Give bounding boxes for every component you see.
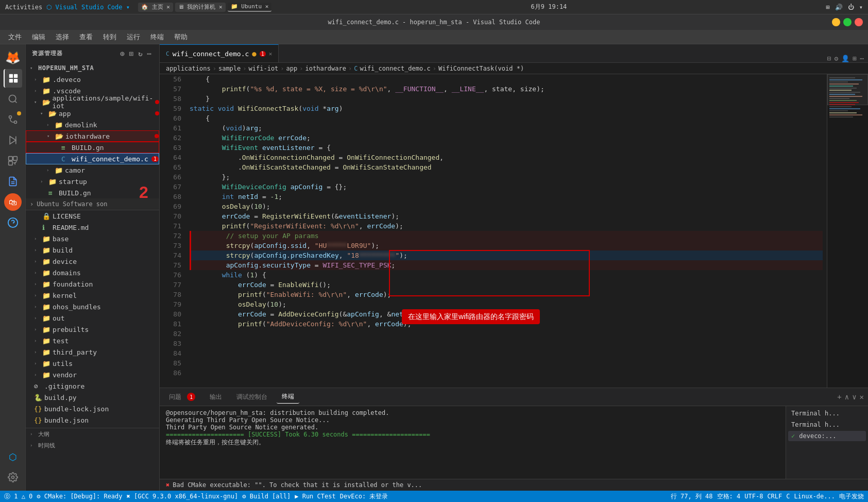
tree-item-third-party[interactable]: › 📁 third_party	[26, 346, 159, 358]
activity-search[interactable]	[4, 90, 22, 108]
dropdown-icon[interactable]: ▾	[859, 4, 863, 11]
breadcrumb-function[interactable]: WifiConnectTask(void *)	[438, 65, 524, 72]
status-feedback[interactable]: 电子发烧	[839, 492, 864, 501]
tree-item-license[interactable]: › 🔒 LICENSE	[26, 210, 159, 222]
breadcrumb-iothardware[interactable]: iothardware	[305, 65, 346, 72]
terminal-close-button[interactable]: ✕	[860, 393, 864, 401]
activity-help[interactable]	[4, 213, 22, 232]
breadcrumb-applications[interactable]: applications	[166, 65, 211, 72]
tree-item-utils[interactable]: › 📁 utils	[26, 358, 159, 369]
tree-item-ohos-bundles[interactable]: › 📁 ohos_bundles	[26, 301, 159, 312]
status-errors[interactable]: ⓪ 1 △ 0	[4, 492, 32, 501]
user-icon[interactable]: 👤	[841, 55, 849, 62]
settings-gear-icon[interactable]: ⚙	[835, 55, 839, 62]
terminal-panel-item-2[interactable]: Terminal h...	[788, 420, 866, 430]
menu-terminal[interactable]: 终端	[146, 31, 168, 43]
status-language[interactable]: C	[786, 493, 790, 500]
status-line-ending[interactable]: CRLF	[767, 493, 782, 500]
status-deveco[interactable]: DevEco: 未登录	[340, 492, 388, 501]
status-position[interactable]: 行 77, 列 48	[671, 492, 713, 501]
terminal-tab-output[interactable]: 输出	[205, 391, 227, 404]
menu-file[interactable]: 文件	[4, 31, 26, 43]
activity-source-control[interactable]	[4, 110, 22, 129]
activity-settings[interactable]	[4, 468, 22, 487]
tree-item-kernel[interactable]: › 📁 kernel	[26, 290, 159, 301]
new-file-button[interactable]: ⊕	[119, 48, 126, 59]
tree-item-iothardware[interactable]: ▾ 📂 iothardware	[26, 130, 159, 142]
activity-explorer[interactable]	[4, 69, 22, 88]
menu-goto[interactable]: 转到	[99, 31, 121, 43]
tree-item-device[interactable]: › 📁 device	[26, 256, 159, 267]
breadcrumb-c-icon[interactable]: C	[354, 65, 358, 72]
menu-select[interactable]: 选择	[52, 31, 73, 43]
status-compiler[interactable]: ✖ [GCC 9.3.0 x86_64-linux-gnu]	[127, 493, 239, 500]
tree-item-bundle-lock[interactable]: {} bundle-lock.json	[26, 403, 159, 414]
activity-firefox[interactable]: 🦊	[4, 48, 22, 67]
status-platform[interactable]: Linux-de...	[794, 493, 835, 500]
tree-item-buildpy[interactable]: 🐍 build.py	[26, 392, 159, 403]
tab-ubuntu[interactable]: 📁 Ubuntu ✕	[228, 3, 272, 12]
tree-item-build-gn2[interactable]: › ≡ BUILD.gn	[26, 187, 159, 198]
vscode-icon[interactable]: ⬡ Visual Studio Code ▾	[46, 4, 130, 11]
tree-item-startup[interactable]: › 📁 startup	[26, 176, 159, 187]
tree-item-ubuntu-software[interactable]: › Ubuntu Software son	[26, 198, 159, 210]
tree-item-bundle-json[interactable]: {} bundle.json	[26, 414, 159, 426]
new-folder-button[interactable]: ⊞	[128, 48, 135, 59]
tree-item-app[interactable]: ▾ 📂 app	[26, 108, 159, 119]
tab-home[interactable]: 🏠 主页 ✕	[138, 3, 173, 12]
menu-edit[interactable]: 编辑	[28, 31, 49, 43]
breadcrumb-wifi-iot[interactable]: wifi-iot	[249, 65, 279, 72]
status-run-ctest[interactable]: ▶ Run CTest	[295, 493, 335, 500]
activity-notes[interactable]	[4, 172, 22, 191]
tree-item-build[interactable]: › 📁 build	[26, 244, 159, 256]
activity-ubuntu-software[interactable]: 🛍	[4, 193, 22, 211]
tree-item-outline[interactable]: › 大纲	[26, 428, 159, 440]
tree-item-domains[interactable]: › 📁 domains	[26, 267, 159, 278]
terminal-tab-problems[interactable]: 问题 1	[164, 391, 200, 404]
maximize-button[interactable]	[843, 18, 852, 26]
tree-item-out[interactable]: › 📁 out	[26, 312, 159, 324]
tree-root-folder[interactable]: ▾ HOPERUN_HM_STA	[26, 62, 159, 74]
tab-mycomputer[interactable]: 🖥 我的计算机 ✕	[175, 3, 226, 12]
breadcrumb-sample[interactable]: sample	[218, 65, 241, 72]
close-button[interactable]	[855, 18, 863, 26]
menu-run[interactable]: 运行	[123, 31, 144, 43]
terminal-collapse-button[interactable]: ∨	[852, 393, 856, 401]
terminal-content[interactable]: @opensource/hoperun_hm_sta: distribution…	[160, 406, 786, 479]
editor-tab-wifi-demo[interactable]: C wifi_connect_demo.c ● 1 ✕	[160, 44, 279, 62]
tree-item-timeline[interactable]: › 时间线	[26, 440, 159, 451]
terminal-panel-item-3[interactable]: ✓ deveco:...	[788, 431, 866, 441]
tree-item-deveco[interactable]: › 📁 .deveco	[26, 74, 159, 85]
collapse-all-button[interactable]: ⋯	[146, 48, 153, 59]
menu-help[interactable]: 帮助	[170, 31, 192, 43]
status-cmake[interactable]: ⚙ CMake: [Debug]: Ready	[37, 493, 122, 500]
status-encoding[interactable]: UTF-8	[744, 493, 763, 500]
activity-vscode-logo[interactable]: ⬡	[4, 447, 22, 466]
terminal-tab-terminal[interactable]: 终端	[277, 390, 299, 404]
more-actions-icon[interactable]: ⋯	[860, 55, 864, 62]
tree-item-build-gn[interactable]: › ≡ BUILD.gn	[26, 142, 159, 153]
refresh-button[interactable]: ↻	[137, 48, 144, 59]
tree-item-camor[interactable]: › 📁 camor	[26, 164, 159, 176]
terminal-tab-debug[interactable]: 调试控制台	[231, 391, 273, 404]
tree-item-prebuilts[interactable]: › 📁 prebuilts	[26, 324, 159, 335]
breadcrumb-file[interactable]: wifi_connect_demo.c	[360, 65, 430, 72]
activities-label[interactable]: Activities	[5, 4, 42, 11]
tree-item-gitignore[interactable]: ⊘ .gitignore	[26, 380, 159, 392]
terminal-add-button[interactable]: +	[837, 393, 841, 401]
status-build[interactable]: ⚙ Build [all]	[242, 493, 291, 500]
activity-extensions[interactable]	[4, 152, 22, 170]
status-spaces[interactable]: 空格: 4	[717, 492, 741, 501]
menu-view[interactable]: 查看	[75, 31, 97, 43]
terminal-expand-button[interactable]: ∧	[845, 393, 849, 401]
tree-item-test[interactable]: › 📁 test	[26, 335, 159, 346]
code-content[interactable]: { printf("%s %d, state = %X, size = %d\r…	[185, 74, 827, 388]
tree-item-base[interactable]: › 📁 base	[26, 233, 159, 244]
minimize-button[interactable]	[832, 18, 840, 26]
tree-item-applications[interactable]: ▾ 📂 applications/sample/wifi-iot	[26, 96, 159, 108]
activity-run[interactable]	[4, 131, 22, 149]
tree-item-foundation[interactable]: › 📁 foundation	[26, 278, 159, 290]
tree-item-wifi-demo[interactable]: › C wifi_connect_demo.c 1	[26, 153, 159, 164]
split-editor-button[interactable]: ⊟	[827, 55, 831, 62]
layout-icon[interactable]: ⊞	[853, 55, 857, 62]
